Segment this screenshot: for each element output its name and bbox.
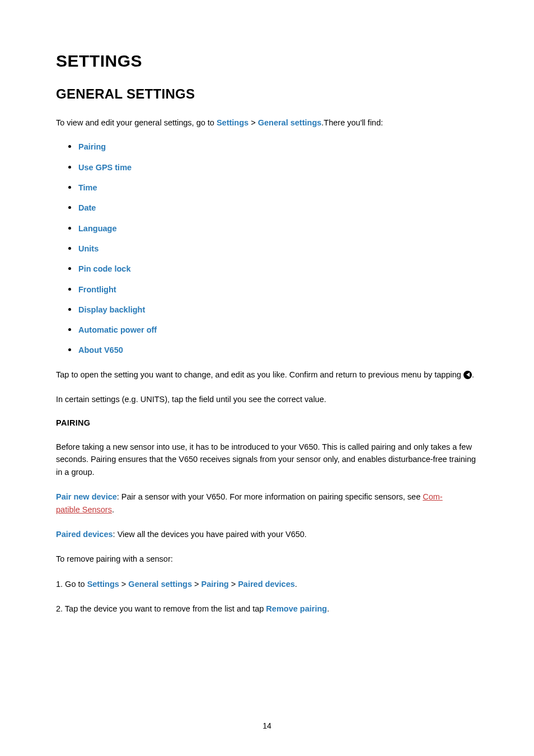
certain-paragraph: In certain settings (e.g. UNITS), tap th… <box>56 393 478 405</box>
subsection-heading-pairing: PAIRING <box>56 418 478 427</box>
text: > <box>192 580 202 589</box>
text: Tap to open the setting you want to chan… <box>56 370 463 379</box>
text: . <box>327 604 329 613</box>
text: : View all the devices you have paired w… <box>113 530 307 539</box>
text: > <box>249 118 258 127</box>
list-item: About V650 <box>78 344 478 356</box>
ui-label-general-settings: General settings <box>258 118 322 127</box>
ui-label-settings: Settings <box>217 118 249 127</box>
list-item: Pairing <box>78 141 478 152</box>
text: 1. Go to <box>56 580 87 589</box>
text: . <box>472 370 474 379</box>
section-heading-general-settings: GENERAL SETTINGS <box>56 86 478 102</box>
ui-label-general-settings: General settings <box>128 580 192 589</box>
ui-label-pairing: Pairing <box>202 580 229 589</box>
text: 2. Tap the device you want to remove fro… <box>56 604 266 613</box>
page-title: SETTINGS <box>56 52 478 71</box>
ui-label-settings: Settings <box>87 580 119 589</box>
ui-label-remove-pairing: Remove pairing <box>266 604 327 613</box>
text: .There you'll find: <box>321 118 383 127</box>
text: . <box>295 580 297 589</box>
pairing-paragraph: Before taking a new sensor into use, it … <box>56 441 478 478</box>
ui-label-paired-devices: Paired devices <box>56 530 113 539</box>
text: > <box>229 580 238 589</box>
intro-paragraph: To view and edit your general settings, … <box>56 116 478 129</box>
list-item: Time <box>78 182 478 193</box>
list-item: Pin code lock <box>78 263 478 274</box>
page-number: 14 <box>0 721 534 730</box>
paired-devices-paragraph: Paired devices: View all the devices you… <box>56 528 478 540</box>
pair-new-device-paragraph: Pair new device: Pair a sensor with your… <box>56 491 478 516</box>
settings-list: Pairing Use GPS time Time Date Language … <box>56 141 478 356</box>
text: : Pair a sensor with your V650. For more… <box>117 492 423 501</box>
ui-label-paired-devices: Paired devices <box>238 580 295 589</box>
list-item: Frontlight <box>78 284 478 295</box>
link-compatible-sensors-line2[interactable]: patible Sensors <box>56 505 112 514</box>
list-item: Units <box>78 243 478 254</box>
text: > <box>119 580 129 589</box>
text: . <box>112 505 114 514</box>
link-compatible-sensors-line1[interactable]: Com- <box>423 492 442 501</box>
list-item: Use GPS time <box>78 162 478 173</box>
remove-intro-paragraph: To remove pairing with a sensor: <box>56 553 478 565</box>
ui-label-pair-new-device: Pair new device <box>56 492 117 501</box>
back-icon <box>463 371 472 379</box>
text: To view and edit your general settings, … <box>56 118 217 127</box>
list-item: Date <box>78 202 478 213</box>
step-2: 2. Tap the device you want to remove fro… <box>56 603 478 615</box>
list-item: Language <box>78 223 478 234</box>
step-1: 1. Go to Settings > General settings > P… <box>56 578 478 590</box>
tap-paragraph: Tap to open the setting you want to chan… <box>56 368 478 381</box>
list-item: Automatic power off <box>78 324 478 335</box>
list-item: Display backlight <box>78 304 478 315</box>
